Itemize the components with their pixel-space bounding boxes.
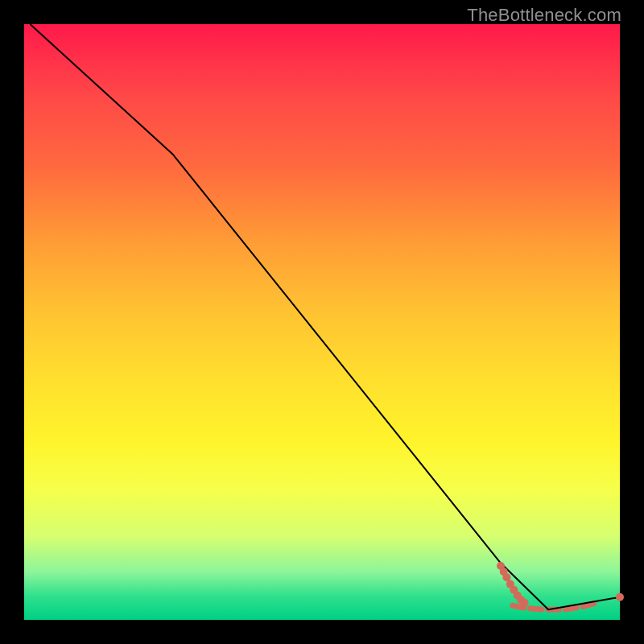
- chart-overlay: [24, 24, 620, 620]
- chart-frame: TheBottleneck.com: [0, 0, 644, 644]
- data-point: [521, 599, 529, 607]
- data-point: [616, 593, 624, 601]
- main-curve: [30, 24, 620, 609]
- data-point: [502, 573, 510, 581]
- watermark-text: TheBottleneck.com: [467, 5, 621, 26]
